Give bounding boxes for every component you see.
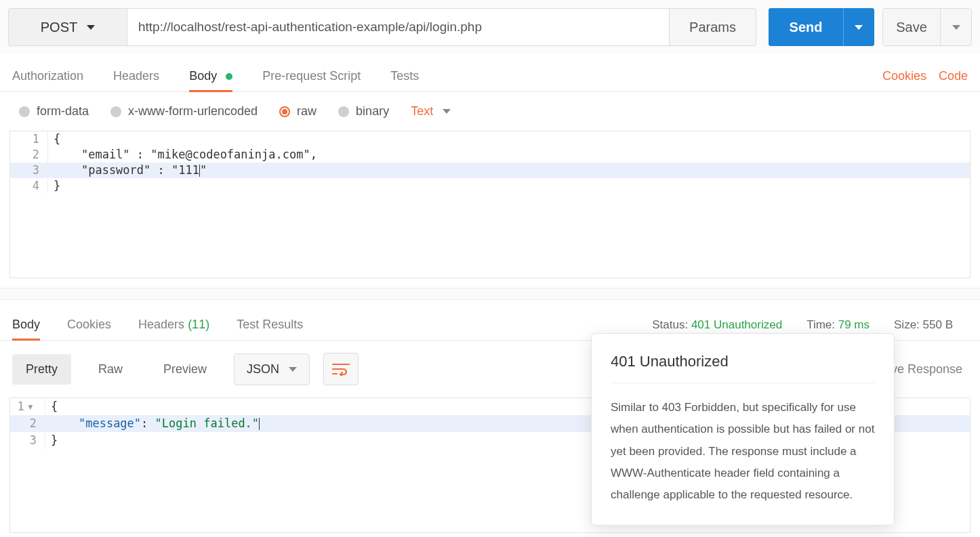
chevron-down-icon: [87, 25, 95, 30]
tooltip-title: 401 Unauthorized: [611, 353, 875, 383]
resp-tab-headers[interactable]: Headers (11): [138, 309, 209, 340]
gutter-line: 1: [10, 131, 48, 147]
radio-label: binary: [356, 104, 389, 119]
radio-icon: [19, 106, 30, 117]
tab-prerequest-script[interactable]: Pre-request Script: [262, 61, 361, 91]
radio-label: x-www-form-urlencoded: [128, 104, 258, 119]
code-line: "password" : "111": [48, 163, 970, 178]
chevron-down-icon: [443, 109, 451, 114]
status-tooltip: 401 Unauthorized Similar to 403 Forbidde…: [591, 333, 895, 525]
view-pretty[interactable]: Pretty: [12, 354, 71, 385]
params-button[interactable]: Params: [670, 8, 756, 46]
code-line: "email" : "mike@codeofaninja.com",: [48, 147, 970, 163]
cookies-link[interactable]: Cookies: [882, 69, 926, 83]
url-input[interactable]: [127, 8, 670, 46]
radio-urlencoded[interactable]: x-www-form-urlencoded: [110, 104, 258, 119]
radio-raw[interactable]: raw: [279, 104, 317, 119]
save-dropdown-button[interactable]: [941, 8, 972, 46]
size-label: Size:: [894, 318, 920, 331]
resp-tab-headers-label: Headers: [138, 318, 184, 331]
gutter-line: 1▾: [10, 398, 45, 415]
headers-count: (11): [188, 318, 209, 331]
radio-selected-icon: [279, 106, 290, 117]
resp-tab-body[interactable]: Body: [12, 309, 40, 340]
code-line: }: [48, 178, 970, 194]
request-topbar: POST Params Send Save: [0, 0, 980, 54]
send-dropdown-button[interactable]: [843, 8, 874, 46]
time-label: Time:: [807, 318, 835, 331]
radio-label: form-data: [37, 104, 89, 119]
radio-label: raw: [297, 104, 317, 119]
raw-type-dropdown[interactable]: Text: [411, 104, 451, 119]
gutter-line: 3: [10, 163, 48, 178]
size-value: 550 B: [923, 318, 953, 331]
request-body-editor[interactable]: 1{ 2 "email" : "mike@codeofaninja.com", …: [9, 131, 971, 278]
time-value: 79 ms: [838, 318, 870, 331]
method-select[interactable]: POST: [8, 8, 127, 46]
code-link[interactable]: Code: [939, 69, 968, 83]
gutter-line: 3: [10, 432, 45, 449]
radio-form-data[interactable]: form-data: [19, 104, 89, 119]
body-mode-row: form-data x-www-form-urlencoded raw bina…: [0, 92, 980, 131]
radio-icon: [338, 106, 349, 117]
method-value: POST: [41, 20, 77, 35]
tab-body-label: Body: [189, 69, 217, 83]
save-button-group: Save: [882, 8, 972, 46]
tab-authorization[interactable]: Authorization: [12, 61, 83, 91]
gutter-line: 2: [10, 147, 48, 163]
tab-body[interactable]: Body: [189, 61, 232, 91]
fold-icon[interactable]: ▾: [24, 400, 37, 413]
status-value: 401 Unauthorized: [691, 318, 782, 331]
resp-tab-cookies[interactable]: Cookies: [67, 309, 111, 340]
response-format-value: JSON: [247, 362, 279, 377]
text-cursor-icon: [259, 418, 260, 430]
status-label: Status:: [652, 318, 688, 331]
response-meta: Status: 401 Unauthorized Time: 79 ms Siz…: [652, 318, 968, 332]
code-line: {: [48, 131, 970, 147]
tooltip-text: Similar to 403 Forbidden, but specifical…: [611, 397, 875, 506]
request-right-links: Cookies Code: [882, 69, 968, 83]
radio-binary[interactable]: binary: [338, 104, 389, 119]
resp-tab-test-results[interactable]: Test Results: [237, 309, 303, 340]
send-button[interactable]: Send: [769, 8, 843, 46]
view-raw[interactable]: Raw: [85, 354, 136, 385]
radio-icon: [110, 106, 121, 117]
request-tabs: Authorization Headers Body Pre-request S…: [0, 54, 980, 92]
time-field: Time: 79 ms: [807, 318, 870, 332]
response-format-dropdown[interactable]: JSON: [234, 353, 310, 385]
size-field: Size: 550 B: [894, 318, 953, 332]
wrap-lines-button[interactable]: [323, 353, 359, 385]
raw-type-value: Text: [411, 104, 433, 119]
chevron-down-icon: [855, 25, 863, 30]
send-button-group: Send: [769, 8, 874, 46]
wrap-icon: [332, 362, 350, 376]
gutter-line: 4: [10, 178, 48, 194]
view-preview[interactable]: Preview: [150, 354, 220, 385]
modified-dot-icon: [226, 73, 232, 80]
save-button[interactable]: Save: [882, 8, 941, 46]
chevron-down-icon: [952, 25, 960, 30]
tab-tests[interactable]: Tests: [390, 61, 419, 91]
gutter-line: 2: [10, 415, 45, 432]
status-field[interactable]: Status: 401 Unauthorized: [652, 318, 782, 332]
tab-headers[interactable]: Headers: [113, 61, 159, 91]
chevron-down-icon: [289, 367, 297, 372]
pane-divider[interactable]: [0, 288, 980, 300]
